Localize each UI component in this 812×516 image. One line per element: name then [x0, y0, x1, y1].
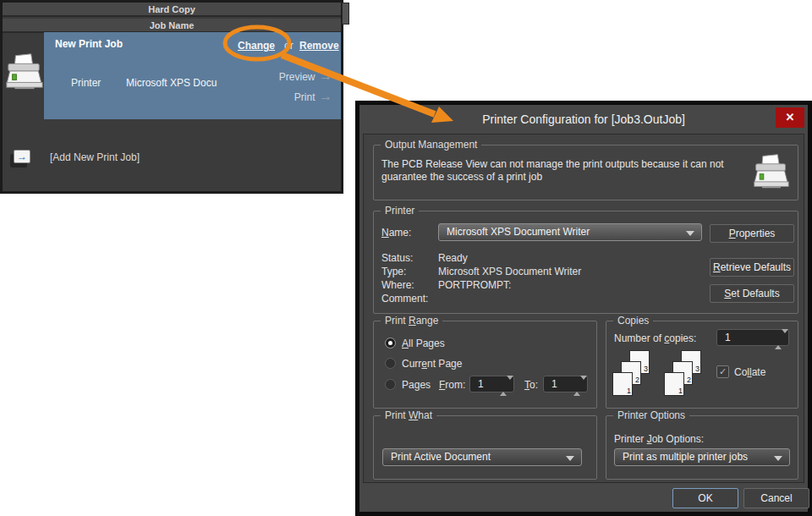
printer-group: Printer Name: Microsoft XPS Document Wri…: [373, 211, 798, 314]
from-value: 1: [478, 378, 484, 390]
where-label: Where:: [381, 279, 414, 291]
type-label: Type:: [381, 266, 406, 277]
to-label: To:: [524, 379, 538, 391]
copies-group: Copies Number of copies: 1 3 2 1 3 2 1: [606, 321, 798, 409]
pages-radio[interactable]: [385, 379, 396, 390]
spinner-down-icon[interactable]: [580, 376, 587, 392]
chevron-down-icon: [774, 456, 782, 461]
print-job-row[interactable]: New Print Job Change or Remove Printer M…: [44, 32, 341, 119]
printer-field-value: Microsoft XPS Docu: [126, 77, 217, 89]
printer-configuration-dialog: Printer Configuration for [Job3.OutJob] …: [355, 101, 812, 516]
properties-button[interactable]: Properties: [710, 224, 794, 243]
panel-corner-button[interactable]: [342, 3, 349, 25]
collate-checkbox[interactable]: ✓: [716, 365, 729, 378]
output-message-line1: The PCB Release View can not manage the …: [381, 158, 724, 170]
add-print-job-icon[interactable]: →: [14, 150, 30, 163]
copies-spinner[interactable]: 1: [716, 329, 789, 346]
where-value: PORTPROMPT:: [438, 279, 511, 291]
collate-stack-icon: 3 2 1: [612, 350, 656, 403]
printer-options-legend: Printer Options: [613, 409, 689, 421]
copies-value: 1: [725, 332, 731, 343]
pages-label: Pages: [402, 379, 431, 391]
cancel-button[interactable]: Cancel: [743, 488, 809, 508]
status-value: Ready: [438, 252, 468, 264]
preview-link[interactable]: Preview →: [279, 69, 332, 84]
chevron-down-icon: [686, 231, 694, 236]
spinner-up-icon[interactable]: [573, 380, 580, 396]
retrieve-defaults-button[interactable]: Retrieve Defaults: [710, 258, 794, 277]
print-what-legend: Print What: [381, 409, 436, 421]
dialog-content: Output Management The PCB Release View c…: [363, 134, 804, 483]
close-button[interactable]: ✕: [776, 107, 804, 128]
dialog-printer-icon: [752, 152, 791, 193]
spinner-down-icon[interactable]: [782, 329, 788, 345]
preview-arrow-icon: →: [319, 69, 332, 83]
print-range-group: Print Range All Pages Current Page Pages…: [373, 321, 597, 409]
from-spinner[interactable]: 1: [469, 376, 514, 392]
printer-name-select[interactable]: Microsoft XPS Document Writer: [438, 223, 702, 241]
panel-header-hard-copy[interactable]: Hard Copy: [3, 3, 341, 17]
printer-icon: [4, 52, 45, 91]
printer-options-group: Printer Options Printer Job Options: Pri…: [606, 415, 798, 480]
print-range-legend: Print Range: [381, 315, 442, 327]
to-value: 1: [551, 378, 557, 390]
panel-header-label: Hard Copy: [148, 4, 195, 14]
printer-field-label: Printer: [71, 77, 101, 89]
dialog-titlebar[interactable]: Printer Configuration for [Job3.OutJob] …: [359, 105, 808, 134]
ok-button[interactable]: OK: [672, 488, 738, 508]
change-link[interactable]: Change: [238, 37, 275, 52]
remove-link[interactable]: Remove: [299, 37, 339, 52]
spinner-up-icon[interactable]: [500, 380, 507, 396]
screenshot-root: Hard Copy Job Name New Print Job Change …: [0, 0, 812, 516]
to-spinner[interactable]: 1: [543, 376, 588, 392]
panel-header-job-name[interactable]: Job Name: [3, 19, 341, 33]
dialog-title: Printer Configuration for [Job3.OutJob]: [359, 105, 808, 134]
printer-group-legend: Printer: [381, 205, 419, 217]
print-arrow-icon: →: [319, 89, 332, 103]
copies-legend: Copies: [613, 315, 653, 327]
print-link[interactable]: Print →: [294, 89, 332, 104]
job-name: New Print Job: [55, 38, 123, 50]
or-text: or: [284, 37, 294, 52]
output-management-legend: Output Management: [381, 139, 481, 151]
chevron-down-icon: [566, 456, 574, 461]
print-what-group: Print What Print Active Document: [373, 415, 597, 480]
current-page-radio[interactable]: [385, 358, 396, 369]
set-defaults-button[interactable]: Set Defaults: [710, 284, 794, 303]
printer-job-options-value: Print as multiple printer jobs: [623, 451, 748, 463]
output-management-group: Output Management The PCB Release View c…: [373, 145, 798, 200]
add-print-job-label: [Add New Print Job]: [50, 151, 140, 163]
output-message-line2: guarantee the success of a print job: [381, 171, 542, 183]
hard-copy-panel: Hard Copy Job Name New Print Job Change …: [0, 0, 343, 194]
collate-label: Collate: [734, 366, 765, 378]
add-new-print-job[interactable]: → [Add New Print Job]: [14, 148, 335, 168]
printer-job-options-label: Printer Job Options:: [614, 433, 704, 445]
all-pages-radio[interactable]: [385, 338, 396, 349]
current-page-label: Current Page: [402, 358, 462, 370]
name-label: Name:: [381, 227, 411, 239]
printer-name-value: Microsoft XPS Document Writer: [447, 226, 590, 238]
check-icon: ✓: [719, 366, 727, 376]
spinner-up-icon[interactable]: [775, 333, 782, 349]
print-what-select[interactable]: Print Active Document: [382, 448, 582, 466]
comment-label: Comment:: [381, 293, 428, 305]
printer-job-options-select[interactable]: Print as multiple printer jobs: [614, 448, 790, 466]
from-label: From:: [439, 379, 465, 391]
spinner-down-icon[interactable]: [507, 376, 513, 392]
close-icon: ✕: [786, 111, 795, 124]
type-value: Microsoft XPS Document Writer: [438, 266, 581, 277]
print-what-value: Print Active Document: [391, 451, 491, 463]
status-label: Status:: [381, 252, 413, 264]
all-pages-label: All Pages: [402, 338, 445, 349]
number-of-copies-label: Number of copies:: [614, 332, 696, 344]
collate-stack-icon: 3 2 1: [664, 350, 708, 403]
panel-subheader-label: Job Name: [150, 20, 195, 30]
